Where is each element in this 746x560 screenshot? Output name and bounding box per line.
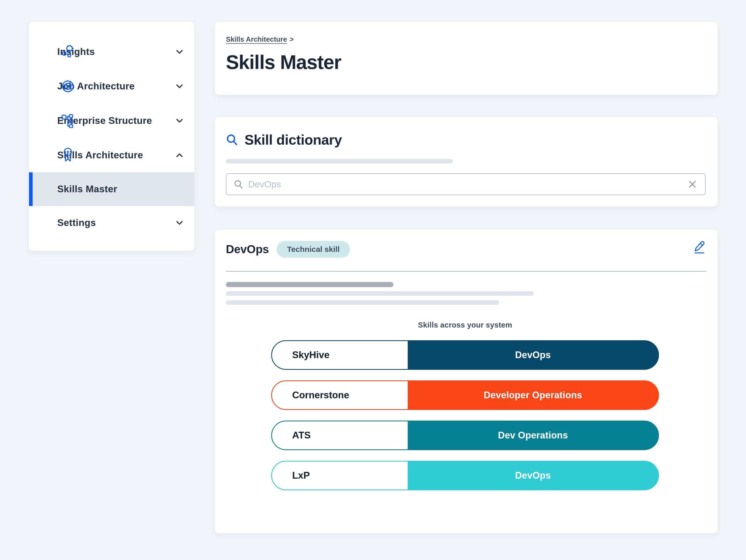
skill-mapping-row: SkyHive DevOps: [271, 340, 659, 370]
sidebar-nav: Insights Job Architecture: [29, 34, 194, 240]
skill-dictionary-heading: Skill dictionary: [226, 132, 707, 148]
award-icon: [61, 147, 75, 164]
page-title: Skills Master: [226, 51, 707, 73]
chevron-down-icon: [175, 83, 184, 89]
breadcrumb-link-skills-architecture[interactable]: Skills Architecture: [226, 35, 287, 43]
sidebar-item-settings[interactable]: Settings: [29, 206, 194, 240]
sidebar-item-label: Skills Master: [57, 184, 117, 195]
skeleton-line: [226, 282, 394, 287]
chevron-down-icon: [175, 220, 184, 226]
skill-mapping-row: ATS Dev Operations: [271, 421, 659, 450]
skills-across-system-section: Skills across your system SkyHive DevOps…: [271, 321, 659, 501]
skeleton-line: [226, 291, 534, 296]
skill-name: DevOps: [226, 243, 269, 256]
sidebar-item-enterprise-structure[interactable]: Enterprise Structure: [29, 103, 194, 138]
sidebar-item-job-architecture[interactable]: Job Architecture: [29, 69, 194, 103]
skill-search-box: [226, 173, 706, 195]
skill-mapping-row: Cornerstone Developer Operations: [271, 381, 659, 410]
skill-detail-header: DevOps Technical skill: [226, 241, 707, 258]
sidebar-item-skills-master-active[interactable]: Skills Master: [29, 172, 194, 206]
skills-across-system-title: Skills across your system: [271, 321, 659, 329]
mapping-skill-label: Dev Operations: [408, 421, 658, 449]
mapping-skill-label: DevOps: [408, 461, 658, 489]
breadcrumb: Skills Architecture>: [226, 35, 707, 44]
org-chart-icon: [61, 112, 75, 129]
skeleton-line: [226, 300, 499, 305]
chevron-down-icon: [175, 118, 184, 123]
sidebar-item-label: Settings: [57, 217, 96, 228]
bubbles-icon: [61, 44, 75, 60]
chevron-down-icon: [175, 49, 184, 55]
mapping-skill-label: Developer Operations: [408, 381, 658, 409]
chevron-up-icon: [175, 152, 184, 158]
skill-dictionary-title: Skill dictionary: [245, 132, 342, 148]
skill-dictionary-card: Skill dictionary: [215, 117, 718, 206]
mapping-system-label: LxP: [272, 461, 408, 489]
edit-pencil-icon[interactable]: [693, 240, 706, 254]
mapping-system-label: Cornerstone: [272, 381, 408, 409]
skill-type-badge: Technical skill: [277, 241, 350, 258]
search-icon: [226, 134, 238, 146]
sidebar-item-skills-architecture[interactable]: Skills Architecture: [29, 138, 194, 172]
skill-search-input[interactable]: [248, 179, 687, 190]
search-icon: [234, 179, 243, 189]
mapping-system-label: ATS: [272, 421, 408, 449]
skill-mapping-row: LxP DevOps: [271, 461, 659, 490]
skill-detail-card: DevOps Technical skill Skills across you…: [215, 230, 718, 533]
breadcrumb-separator: >: [290, 35, 294, 43]
sidebar: Insights Job Architecture: [29, 22, 194, 251]
mapping-system-label: SkyHive: [272, 341, 408, 369]
sidebar-item-insights[interactable]: Insights: [29, 34, 194, 69]
divider: [226, 271, 707, 272]
target-icon: [61, 78, 75, 94]
page-header-card: Skills Architecture> Skills Master: [215, 22, 718, 95]
clear-search-icon[interactable]: [687, 179, 697, 189]
skeleton-line: [226, 159, 453, 164]
skill-mappings: SkyHive DevOps Cornerstone Developer Ope…: [271, 340, 659, 490]
mapping-skill-label: DevOps: [408, 341, 658, 369]
